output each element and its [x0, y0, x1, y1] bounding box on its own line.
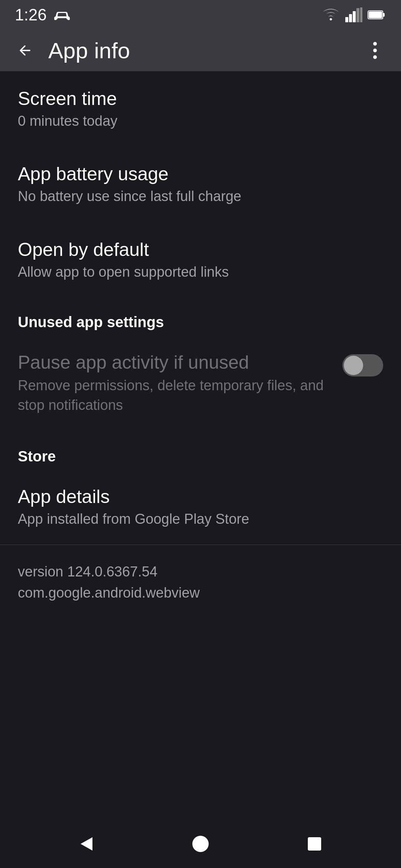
svg-rect-5: [360, 7, 362, 22]
status-time: 1:26: [15, 6, 47, 24]
app-battery-title: App battery usage: [18, 163, 383, 185]
open-by-default-title: Open by default: [18, 239, 383, 261]
status-bar-left: 1:26: [15, 6, 71, 24]
more-options-button[interactable]: [364, 39, 386, 62]
svg-point-9: [373, 42, 377, 46]
nav-bar: [0, 820, 401, 868]
unused-app-settings-label: Unused app settings: [18, 314, 164, 330]
version-text: version 124.0.6367.54: [18, 561, 383, 582]
svg-rect-4: [356, 8, 359, 22]
app-details-title: App details: [18, 486, 383, 508]
svg-point-10: [373, 49, 377, 52]
nav-recents-button[interactable]: [300, 829, 329, 859]
nav-back-icon: [76, 834, 97, 854]
app-details-item[interactable]: App details App installed from Google Pl…: [0, 469, 401, 545]
toggle-knob: [344, 356, 363, 375]
status-bar-right: [322, 7, 386, 22]
svg-rect-1: [345, 17, 348, 22]
signal-icon: [345, 7, 362, 22]
svg-rect-7: [383, 13, 385, 17]
svg-rect-14: [308, 837, 321, 851]
svg-marker-12: [81, 837, 92, 851]
nav-back-button[interactable]: [72, 829, 101, 859]
app-battery-subtitle: No battery use since last full charge: [18, 187, 383, 206]
pause-app-activity-item[interactable]: Pause app activity if unused Remove perm…: [0, 335, 401, 431]
package-name-text: com.google.android.webview: [18, 582, 383, 604]
back-button[interactable]: [15, 41, 33, 60]
more-vert-icon: [372, 39, 378, 62]
nav-home-icon: [190, 834, 211, 854]
svg-point-13: [192, 836, 209, 852]
battery-icon: [368, 9, 386, 20]
nav-recents-icon: [304, 834, 325, 854]
svg-point-11: [373, 55, 377, 59]
app-bar: App info: [0, 30, 401, 71]
footer-section: version 124.0.6367.54 com.google.android…: [0, 545, 401, 620]
open-by-default-item[interactable]: Open by default Allow app to open suppor…: [0, 222, 401, 297]
screen-time-subtitle: 0 minutes today: [18, 112, 383, 130]
status-bar: 1:26: [0, 0, 401, 30]
app-battery-item[interactable]: App battery usage No battery use since l…: [0, 147, 401, 222]
wifi-icon: [322, 7, 340, 22]
app-details-subtitle: App installed from Google Play Store: [18, 510, 383, 528]
pause-app-activity-content: Pause app activity if unused Remove perm…: [18, 351, 333, 415]
app-bar-left: App info: [15, 38, 130, 63]
svg-point-0: [330, 18, 332, 20]
back-arrow-icon: [15, 41, 33, 60]
pause-app-activity-toggle[interactable]: [342, 354, 383, 377]
screen-time-title: Screen time: [18, 88, 383, 110]
page-title: App info: [48, 38, 130, 63]
svg-rect-8: [369, 11, 382, 18]
unused-app-settings-header: Unused app settings: [0, 297, 401, 335]
screen-time-item[interactable]: Screen time 0 minutes today: [0, 71, 401, 147]
pause-app-activity-title: Pause app activity if unused: [18, 351, 333, 374]
nav-home-button[interactable]: [186, 829, 215, 859]
store-header: Store: [0, 432, 401, 469]
car-icon: [53, 8, 71, 22]
store-label: Store: [18, 448, 56, 464]
svg-rect-2: [349, 14, 352, 22]
open-by-default-subtitle: Allow app to open supported links: [18, 263, 383, 281]
pause-app-activity-subtitle: Remove permissions, delete temporary fil…: [18, 376, 333, 415]
content-area: Screen time 0 minutes today App battery …: [0, 71, 401, 620]
svg-rect-3: [353, 11, 356, 22]
